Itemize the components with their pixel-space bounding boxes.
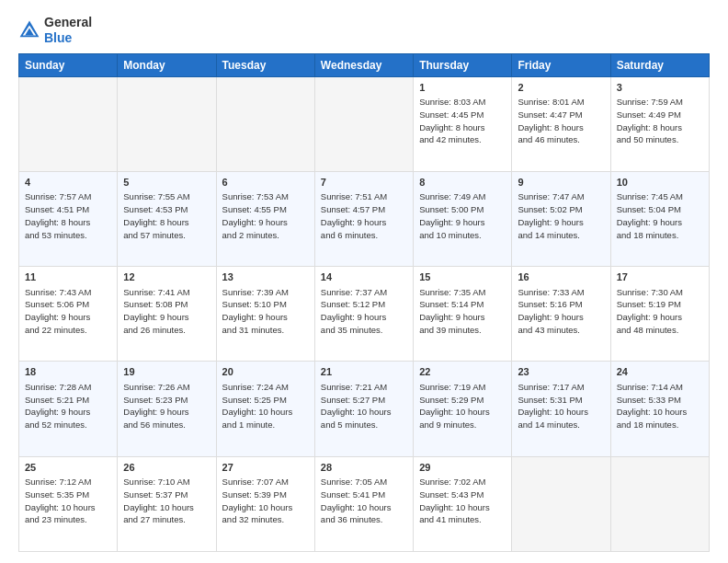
- day-number: 12: [123, 270, 210, 284]
- day-number: 17: [617, 270, 703, 284]
- calendar-cell: [216, 76, 314, 171]
- day-number: 25: [25, 461, 111, 475]
- day-number: 21: [321, 365, 407, 379]
- calendar-cell: 10Sunrise: 7:45 AM Sunset: 5:04 PM Dayli…: [610, 171, 709, 266]
- day-number: 27: [222, 461, 309, 475]
- calendar-cell: 6Sunrise: 7:53 AM Sunset: 4:55 PM Daylig…: [216, 171, 314, 266]
- col-header-monday: Monday: [118, 53, 216, 76]
- day-info: Sunrise: 7:53 AM Sunset: 4:55 PM Dayligh…: [222, 190, 309, 241]
- day-number: 10: [617, 176, 703, 190]
- day-info: Sunrise: 7:37 AM Sunset: 5:12 PM Dayligh…: [321, 286, 407, 337]
- calendar-week-row: 18Sunrise: 7:28 AM Sunset: 5:21 PM Dayli…: [19, 362, 710, 456]
- day-number: 23: [518, 365, 604, 379]
- day-info: Sunrise: 7:28 AM Sunset: 5:21 PM Dayligh…: [25, 381, 111, 431]
- calendar-cell: 11Sunrise: 7:43 AM Sunset: 5:06 PM Dayli…: [19, 267, 118, 362]
- calendar-cell: 15Sunrise: 7:35 AM Sunset: 5:14 PM Dayli…: [414, 267, 512, 362]
- day-number: 18: [25, 365, 111, 379]
- calendar-cell: 19Sunrise: 7:26 AM Sunset: 5:23 PM Dayli…: [118, 362, 216, 456]
- calendar-cell: 7Sunrise: 7:51 AM Sunset: 4:57 PM Daylig…: [314, 171, 413, 266]
- day-info: Sunrise: 7:26 AM Sunset: 5:23 PM Dayligh…: [123, 381, 210, 431]
- day-info: Sunrise: 7:55 AM Sunset: 4:53 PM Dayligh…: [123, 190, 210, 241]
- day-number: 20: [222, 365, 309, 379]
- day-info: Sunrise: 7:59 AM Sunset: 4:49 PM Dayligh…: [617, 96, 703, 146]
- calendar-cell: [610, 456, 709, 551]
- page: General Blue SundayMondayTuesdayWednesda…: [0, 0, 728, 563]
- day-info: Sunrise: 7:39 AM Sunset: 5:10 PM Dayligh…: [222, 286, 309, 337]
- day-number: 2: [518, 81, 604, 95]
- day-info: Sunrise: 7:10 AM Sunset: 5:37 PM Dayligh…: [123, 476, 210, 526]
- calendar-cell: 22Sunrise: 7:19 AM Sunset: 5:29 PM Dayli…: [414, 362, 512, 456]
- calendar-cell: 9Sunrise: 7:47 AM Sunset: 5:02 PM Daylig…: [512, 171, 610, 266]
- day-info: Sunrise: 7:14 AM Sunset: 5:33 PM Dayligh…: [617, 381, 703, 431]
- calendar-cell: 16Sunrise: 7:33 AM Sunset: 5:16 PM Dayli…: [512, 267, 610, 362]
- day-info: Sunrise: 7:02 AM Sunset: 5:43 PM Dayligh…: [419, 476, 506, 526]
- day-info: Sunrise: 7:33 AM Sunset: 5:16 PM Dayligh…: [518, 286, 604, 337]
- calendar-week-row: 25Sunrise: 7:12 AM Sunset: 5:35 PM Dayli…: [19, 456, 710, 551]
- day-info: Sunrise: 7:05 AM Sunset: 5:41 PM Dayligh…: [321, 476, 407, 526]
- calendar-cell: 3Sunrise: 7:59 AM Sunset: 4:49 PM Daylig…: [610, 76, 709, 171]
- calendar-cell: 8Sunrise: 7:49 AM Sunset: 5:00 PM Daylig…: [414, 171, 512, 266]
- calendar-table: SundayMondayTuesdayWednesdayThursdayFrid…: [18, 53, 710, 552]
- day-info: Sunrise: 7:35 AM Sunset: 5:14 PM Dayligh…: [419, 286, 506, 337]
- calendar-cell: 20Sunrise: 7:24 AM Sunset: 5:25 PM Dayli…: [216, 362, 314, 456]
- calendar-cell: 24Sunrise: 7:14 AM Sunset: 5:33 PM Dayli…: [610, 362, 709, 456]
- day-number: 28: [321, 461, 407, 475]
- calendar-cell: [314, 76, 413, 171]
- col-header-thursday: Thursday: [414, 53, 512, 76]
- day-info: Sunrise: 7:43 AM Sunset: 5:06 PM Dayligh…: [25, 286, 111, 337]
- day-number: 4: [25, 176, 111, 190]
- day-number: 11: [25, 270, 111, 284]
- calendar-cell: 26Sunrise: 7:10 AM Sunset: 5:37 PM Dayli…: [118, 456, 216, 551]
- calendar-header-row: SundayMondayTuesdayWednesdayThursdayFrid…: [19, 53, 710, 76]
- logo-text: General Blue: [44, 15, 92, 46]
- col-header-wednesday: Wednesday: [314, 53, 413, 76]
- day-info: Sunrise: 7:49 AM Sunset: 5:00 PM Dayligh…: [419, 190, 506, 241]
- calendar-cell: 5Sunrise: 7:55 AM Sunset: 4:53 PM Daylig…: [118, 171, 216, 266]
- day-number: 8: [419, 176, 506, 190]
- day-number: 19: [123, 365, 210, 379]
- day-info: Sunrise: 7:07 AM Sunset: 5:39 PM Dayligh…: [222, 476, 309, 526]
- col-header-friday: Friday: [512, 53, 610, 76]
- day-number: 16: [518, 270, 604, 284]
- calendar-cell: 14Sunrise: 7:37 AM Sunset: 5:12 PM Dayli…: [314, 267, 413, 362]
- calendar-cell: 12Sunrise: 7:41 AM Sunset: 5:08 PM Dayli…: [118, 267, 216, 362]
- day-info: Sunrise: 7:24 AM Sunset: 5:25 PM Dayligh…: [222, 381, 309, 431]
- day-number: 15: [419, 270, 506, 284]
- calendar-cell: 1Sunrise: 8:03 AM Sunset: 4:45 PM Daylig…: [414, 76, 512, 171]
- calendar-cell: 17Sunrise: 7:30 AM Sunset: 5:19 PM Dayli…: [610, 267, 709, 362]
- day-info: Sunrise: 8:03 AM Sunset: 4:45 PM Dayligh…: [419, 96, 506, 146]
- day-number: 6: [222, 176, 309, 190]
- calendar-cell: 21Sunrise: 7:21 AM Sunset: 5:27 PM Dayli…: [314, 362, 413, 456]
- calendar-week-row: 11Sunrise: 7:43 AM Sunset: 5:06 PM Dayli…: [19, 267, 710, 362]
- day-info: Sunrise: 7:21 AM Sunset: 5:27 PM Dayligh…: [321, 381, 407, 431]
- calendar-cell: 18Sunrise: 7:28 AM Sunset: 5:21 PM Dayli…: [19, 362, 118, 456]
- day-number: 3: [617, 81, 703, 95]
- day-number: 22: [419, 365, 506, 379]
- day-number: 13: [222, 270, 309, 284]
- day-number: 7: [321, 176, 407, 190]
- col-header-saturday: Saturday: [610, 53, 709, 76]
- day-number: 24: [617, 365, 703, 379]
- day-number: 26: [123, 461, 210, 475]
- calendar-cell: [19, 76, 118, 171]
- calendar-week-row: 4Sunrise: 7:57 AM Sunset: 4:51 PM Daylig…: [19, 171, 710, 266]
- calendar-cell: 27Sunrise: 7:07 AM Sunset: 5:39 PM Dayli…: [216, 456, 314, 551]
- calendar-cell: [512, 456, 610, 551]
- day-info: Sunrise: 7:30 AM Sunset: 5:19 PM Dayligh…: [617, 286, 703, 337]
- calendar-cell: [118, 76, 216, 171]
- day-number: 14: [321, 270, 407, 284]
- day-number: 9: [518, 176, 604, 190]
- calendar-cell: 13Sunrise: 7:39 AM Sunset: 5:10 PM Dayli…: [216, 267, 314, 362]
- day-info: Sunrise: 7:57 AM Sunset: 4:51 PM Dayligh…: [25, 190, 111, 241]
- calendar-cell: 23Sunrise: 7:17 AM Sunset: 5:31 PM Dayli…: [512, 362, 610, 456]
- logo: General Blue: [18, 15, 92, 46]
- day-info: Sunrise: 7:41 AM Sunset: 5:08 PM Dayligh…: [123, 286, 210, 337]
- day-info: Sunrise: 8:01 AM Sunset: 4:47 PM Dayligh…: [518, 96, 604, 146]
- day-info: Sunrise: 7:12 AM Sunset: 5:35 PM Dayligh…: [25, 476, 111, 526]
- calendar-cell: 25Sunrise: 7:12 AM Sunset: 5:35 PM Dayli…: [19, 456, 118, 551]
- day-number: 29: [419, 461, 506, 475]
- day-number: 1: [419, 81, 506, 95]
- day-number: 5: [123, 176, 210, 190]
- day-info: Sunrise: 7:51 AM Sunset: 4:57 PM Dayligh…: [321, 190, 407, 241]
- calendar-week-row: 1Sunrise: 8:03 AM Sunset: 4:45 PM Daylig…: [19, 76, 710, 171]
